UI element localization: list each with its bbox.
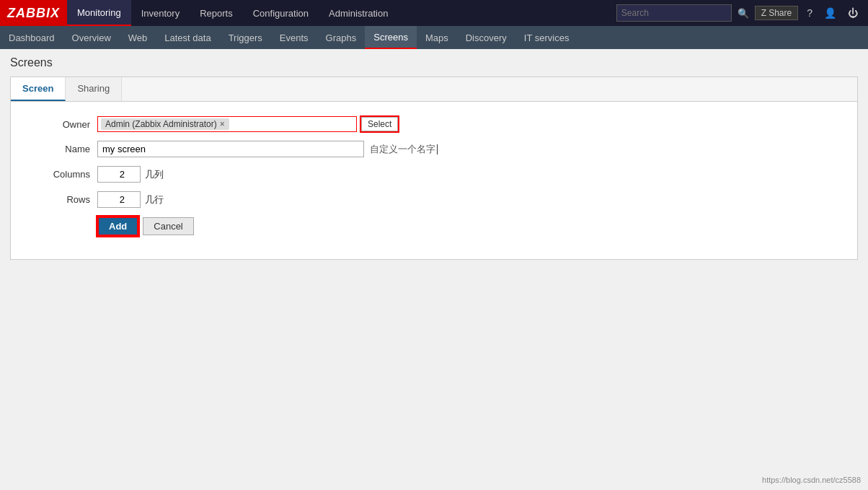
top-nav-administration[interactable]: Administration: [319, 0, 398, 26]
rows-input[interactable]: [97, 191, 141, 208]
subnav-it-services[interactable]: IT services: [515, 26, 578, 49]
logo: ZABBIX: [0, 0, 67, 26]
columns-label: Columns: [32, 169, 97, 180]
subnav-screens[interactable]: Screens: [365, 26, 417, 49]
columns-input[interactable]: [97, 166, 141, 183]
top-bar: ZABBIX Monitoring Inventory Reports Conf…: [0, 0, 868, 26]
top-nav-inventory[interactable]: Inventory: [131, 0, 190, 26]
subnav-maps[interactable]: Maps: [417, 26, 457, 49]
name-row: Name 自定义一个名字: [32, 141, 836, 157]
tab-sharing[interactable]: Sharing: [66, 77, 122, 101]
subnav-dashboard[interactable]: Dashboard: [0, 26, 63, 49]
subnav-events[interactable]: Events: [271, 26, 317, 49]
search-icon[interactable]: 🔍: [738, 8, 749, 19]
columns-hint: 几列: [145, 168, 164, 181]
top-nav-reports[interactable]: Reports: [190, 0, 243, 26]
add-button[interactable]: Add: [97, 216, 138, 236]
share-button[interactable]: Z Share: [755, 6, 798, 20]
form-body: Owner Admin (Zabbix Administrator) × Sel…: [11, 102, 857, 259]
top-nav-configuration[interactable]: Configuration: [243, 0, 319, 26]
owner-tag-value: Admin (Zabbix Administrator): [105, 119, 217, 129]
owner-label: Owner: [32, 119, 97, 130]
subnav-graphs[interactable]: Graphs: [317, 26, 366, 49]
name-input[interactable]: [97, 141, 364, 157]
subnav-triggers[interactable]: Triggers: [220, 26, 271, 49]
rows-row: Rows 几行: [32, 191, 836, 208]
subnav-overview[interactable]: Overview: [63, 26, 120, 49]
cancel-button[interactable]: Cancel: [143, 217, 193, 235]
top-nav-monitoring[interactable]: Monitoring: [67, 0, 131, 26]
top-bar-right: 🔍 Z Share ? 👤 ⏻: [616, 4, 868, 22]
search-input[interactable]: [616, 4, 732, 22]
power-icon[interactable]: ⏻: [845, 6, 861, 20]
owner-container: Admin (Zabbix Administrator) ×: [97, 116, 357, 132]
owner-tag-close-icon[interactable]: ×: [220, 119, 225, 129]
user-icon[interactable]: 👤: [821, 6, 839, 20]
page-content: Screens Screen Sharing Owner Admin (Zabb…: [0, 49, 868, 267]
form-card: Screen Sharing Owner Admin (Zabbix Admin…: [10, 76, 858, 260]
card-tabs: Screen Sharing: [11, 77, 857, 102]
subnav-discovery[interactable]: Discovery: [457, 26, 515, 49]
name-label: Name: [32, 144, 97, 154]
rows-hint: 几行: [145, 193, 164, 206]
sub-nav: Dashboard Overview Web Latest data Trigg…: [0, 26, 868, 49]
name-hint: 自定义一个名字: [370, 143, 435, 156]
owner-row: Owner Admin (Zabbix Administrator) × Sel…: [32, 116, 836, 132]
text-cursor: [437, 144, 438, 154]
buttons-row: Add Cancel: [97, 216, 836, 236]
tab-screen[interactable]: Screen: [11, 77, 66, 101]
columns-row: Columns 几列: [32, 166, 836, 183]
subnav-web[interactable]: Web: [120, 26, 156, 49]
owner-tag: Admin (Zabbix Administrator) ×: [101, 118, 229, 130]
select-button[interactable]: Select: [361, 117, 398, 131]
top-nav: Monitoring Inventory Reports Configurati…: [67, 0, 616, 26]
rows-label: Rows: [32, 194, 97, 205]
help-icon[interactable]: ?: [804, 6, 815, 20]
page-title: Screens: [10, 56, 858, 69]
share-icon: Z: [761, 8, 766, 18]
subnav-latest-data[interactable]: Latest data: [156, 26, 219, 49]
